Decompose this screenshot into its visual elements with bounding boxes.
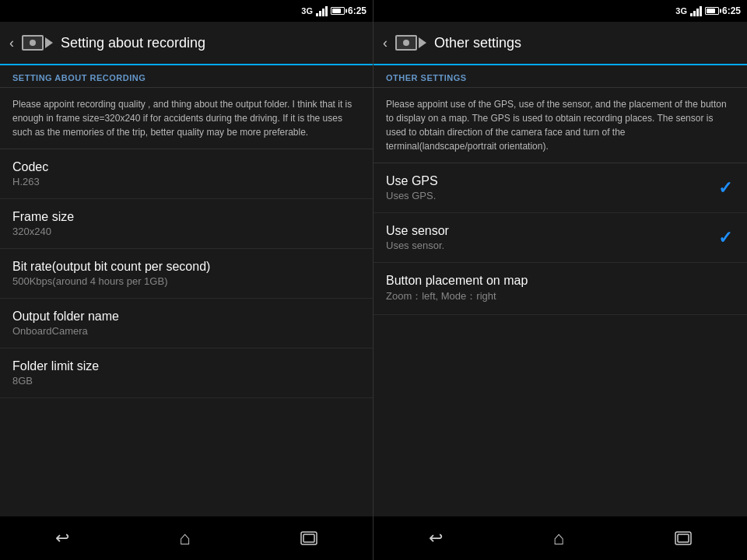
back-button[interactable]: ‹	[383, 35, 388, 51]
status-bar: 3G 6:25	[374, 0, 747, 22]
setting-value: Zoom：left, Mode：right	[386, 289, 735, 303]
setting-item-text: Output folder nameOnboardCamera	[12, 310, 360, 337]
setting-item-text: Bit rate(output bit count per second)500…	[12, 260, 360, 287]
setting-item-3[interactable]: Output folder nameOnboardCamera	[0, 299, 373, 348]
setting-value: Uses sensor.	[386, 240, 716, 251]
setting-item-text: CodecH.263	[12, 160, 360, 187]
panel-recording: 3G 6:25 ‹ Setting about recording SETTIN…	[0, 0, 374, 560]
setting-item-text: Use GPSUses GPS.	[386, 174, 716, 201]
setting-value: 8GB	[12, 375, 360, 387]
setting-item-1[interactable]: Frame size320x240	[0, 199, 373, 249]
setting-label: Button placement on map	[386, 274, 735, 288]
battery-icon	[705, 7, 719, 15]
nav-home-button[interactable]: ⌂	[538, 521, 580, 555]
setting-item-0[interactable]: CodecH.263	[0, 149, 373, 199]
nav-back-button[interactable]: ↩	[413, 522, 458, 555]
setting-item-text: Button placement on mapZoom：left, Mode：r…	[386, 274, 735, 303]
page-title: Setting about recording	[61, 35, 205, 51]
svg-rect-1	[303, 534, 314, 542]
signal-label: 3G	[675, 6, 687, 16]
page-title: Other settings	[434, 35, 521, 51]
setting-item-text: Folder limit size8GB	[12, 359, 360, 387]
panel-other: 3G 6:25 ‹ Other settings OTHER SETTINGSP…	[374, 0, 747, 560]
setting-item-text: Frame size320x240	[12, 210, 360, 237]
setting-item-2[interactable]: Button placement on mapZoom：left, Mode：r…	[374, 263, 747, 315]
recents-icon	[300, 531, 317, 545]
bottom-nav: ↩⌂	[0, 516, 373, 560]
nav-home-button[interactable]: ⌂	[163, 521, 206, 555]
signal-icon	[690, 5, 702, 16]
content-area: SETTING ABOUT RECORDINGPlease appoint re…	[0, 65, 373, 516]
setting-value: OnboardCamera	[12, 325, 360, 337]
checkbox-icon[interactable]: ✓	[716, 179, 735, 198]
camera-icon	[22, 35, 53, 51]
description-text: Please appoint recording quality , and t…	[0, 88, 373, 149]
signal-label: 3G	[301, 6, 313, 16]
setting-label: Use GPS	[386, 174, 716, 188]
camera-icon	[395, 35, 426, 51]
time-label: 6:25	[348, 5, 366, 16]
setting-value: H.263	[12, 176, 360, 187]
setting-item-4[interactable]: Folder limit size8GB	[0, 348, 373, 398]
header: ‹ Setting about recording	[0, 22, 373, 65]
svg-rect-3	[678, 534, 689, 542]
description-text: Please appoint use of the GPS, use of th…	[374, 88, 747, 163]
setting-label: Frame size	[12, 210, 360, 224]
setting-item-2[interactable]: Bit rate(output bit count per second)500…	[0, 249, 373, 299]
setting-label: Use sensor	[386, 224, 716, 238]
setting-value: 320x240	[12, 226, 360, 237]
recents-icon	[675, 531, 692, 545]
nav-back-button[interactable]: ↩	[40, 522, 85, 555]
setting-item-0[interactable]: Use GPSUses GPS.✓	[374, 163, 747, 213]
nav-recents-button[interactable]	[285, 525, 333, 551]
setting-item-text: Use sensorUses sensor.	[386, 224, 716, 251]
status-bar: 3G 6:25	[0, 0, 373, 22]
bottom-nav: ↩⌂	[374, 516, 747, 560]
setting-value: 500Kbps(around 4 hours per 1GB)	[12, 275, 360, 287]
header: ‹ Other settings	[374, 22, 747, 65]
setting-label: Folder limit size	[12, 359, 360, 373]
setting-item-1[interactable]: Use sensorUses sensor.✓	[374, 213, 747, 263]
time-label: 6:25	[722, 5, 741, 16]
setting-value: Uses GPS.	[386, 190, 716, 201]
checkbox-icon[interactable]: ✓	[716, 229, 735, 247]
content-area: OTHER SETTINGSPlease appoint use of the …	[374, 65, 747, 516]
back-button[interactable]: ‹	[9, 35, 14, 51]
setting-label: Output folder name	[12, 310, 360, 324]
checkbox-checked-icon: ✓	[718, 228, 732, 248]
checkbox-checked-icon: ✓	[718, 178, 732, 198]
battery-icon	[331, 7, 345, 15]
signal-icon	[316, 5, 328, 16]
section-header: OTHER SETTINGS	[374, 65, 747, 88]
nav-recents-button[interactable]	[659, 525, 707, 551]
setting-label: Codec	[12, 160, 360, 174]
section-header: SETTING ABOUT RECORDING	[0, 65, 373, 88]
setting-label: Bit rate(output bit count per second)	[12, 260, 360, 274]
